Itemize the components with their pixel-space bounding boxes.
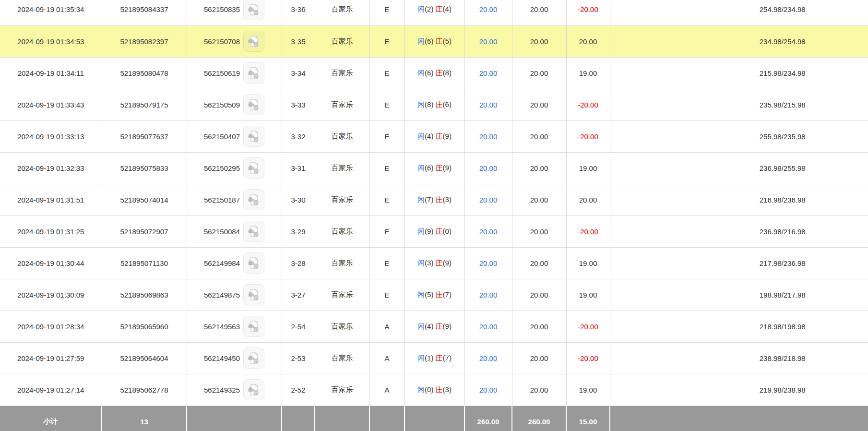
table-row: 2024-09-19 01:32:33 521895075833 5621502… [0, 152, 868, 184]
video-replay-icon [247, 161, 261, 175]
table-code-cell: A [369, 311, 404, 342]
video-replay-button[interactable] [243, 94, 264, 115]
valid-amount-cell: 20.00 [512, 374, 566, 406]
video-replay-button[interactable] [243, 0, 264, 20]
valid-amount-cell: 20.00 [512, 216, 566, 247]
result-cell: 闲(4) 庄(9) [404, 120, 464, 152]
player-label: 闲 [417, 227, 425, 235]
bet-time-cell: 2024-09-19 01:31:25 [0, 216, 102, 247]
video-replay-button[interactable] [243, 157, 264, 179]
round-id-text: 562150708 [204, 37, 240, 46]
video-replay-button[interactable] [243, 189, 264, 210]
round-id-cell: 562150295 [187, 152, 282, 184]
balance-cell: 215.98/234.98 [610, 57, 868, 89]
balance-cell: 255.98/235.98 [610, 120, 868, 152]
result-cell: 闲(0) 庄(3) [404, 374, 464, 406]
shoe-round-cell: 3-30 [282, 184, 315, 216]
table-row: 2024-09-19 01:27:59 521895064604 5621494… [0, 342, 868, 374]
banker-label: 庄 [436, 195, 443, 204]
player-label: 闲 [417, 100, 425, 108]
bet-id-cell: 521895079175 [102, 89, 187, 120]
table-row: 2024-09-19 01:30:44 521895071130 5621499… [0, 247, 868, 279]
table-row: 2024-09-19 01:33:13 521895077637 5621504… [0, 120, 868, 152]
valid-amount-cell: 20.00 [512, 120, 566, 152]
player-label: 闲 [417, 37, 425, 45]
bet-id-cell: 521895075833 [102, 152, 187, 184]
table-code-cell: E [369, 152, 404, 184]
winloss-cell: 20.00 [566, 25, 610, 57]
result-cell: 闲(8) 庄(6) [404, 89, 464, 120]
valid-amount-cell: 20.00 [512, 184, 566, 216]
bet-amount-cell: 20.00 [464, 216, 512, 247]
winloss-cell: -20.00 [566, 216, 610, 247]
video-replay-button[interactable] [243, 379, 264, 400]
video-replay-icon [247, 130, 261, 143]
bet-amount-cell: 20.00 [464, 374, 512, 406]
bet-time-cell: 2024-09-19 01:35:34 [0, 0, 102, 25]
player-label: 闲 [417, 259, 425, 267]
bet-time-cell: 2024-09-19 01:27:14 [0, 374, 102, 406]
video-replay-icon [247, 320, 261, 333]
player-score: (6) [425, 164, 433, 172]
banker-score: (9) [443, 322, 452, 330]
round-id-cell: 562150835 [187, 0, 282, 25]
video-replay-button[interactable] [243, 62, 264, 84]
table-code-cell: E [369, 57, 404, 89]
round-id-text: 562150407 [204, 132, 240, 141]
video-replay-icon [247, 351, 261, 365]
bet-history-table: 2024-09-19 01:35:34 521895084337 5621508… [0, 0, 868, 431]
valid-amount-cell: 20.00 [512, 0, 566, 25]
table-row: 2024-09-19 01:35:34 521895084337 5621508… [0, 0, 868, 25]
video-replay-icon [247, 256, 261, 270]
bet-id-cell: 521895082397 [102, 25, 187, 57]
player-score: (2) [425, 5, 433, 13]
shoe-round-cell: 2-54 [282, 311, 315, 342]
video-replay-button[interactable] [243, 347, 264, 369]
shoe-round-cell: 3-33 [282, 89, 315, 120]
banker-score: (7) [443, 290, 452, 299]
bet-amount-cell: 20.00 [464, 279, 512, 311]
banker-label: 庄 [436, 354, 443, 362]
table-code-cell: A [369, 374, 404, 406]
player-score: (4) [425, 132, 433, 140]
video-replay-button[interactable] [243, 221, 264, 242]
video-replay-button[interactable] [243, 31, 264, 52]
shoe-round-cell: 3-32 [282, 120, 315, 152]
winloss-cell: -20.00 [566, 120, 610, 152]
bet-amount-cell: 20.00 [464, 89, 512, 120]
video-replay-button[interactable] [243, 284, 264, 305]
banker-score: (0) [443, 227, 452, 235]
banker-score: (8) [443, 69, 452, 77]
balance-cell: 236.98/216.98 [610, 216, 868, 247]
bet-time-cell: 2024-09-19 01:34:53 [0, 25, 102, 57]
banker-label: 庄 [436, 100, 443, 108]
game-type-cell: 百家乐 [315, 25, 369, 57]
game-type-cell: 百家乐 [315, 120, 369, 152]
table-row: 2024-09-19 01:28:34 521895065960 5621495… [0, 311, 868, 342]
video-replay-icon [247, 225, 261, 238]
result-cell: 闲(4) 庄(9) [404, 311, 464, 342]
player-score: (5) [425, 290, 433, 299]
banker-score: (9) [443, 164, 452, 172]
result-cell: 闲(3) 庄(9) [404, 247, 464, 279]
result-cell: 闲(1) 庄(7) [404, 342, 464, 374]
table-row: 2024-09-19 01:30:09 521895069863 5621498… [0, 279, 868, 311]
round-id-cell: 562150509 [187, 89, 282, 120]
winloss-cell: 19.00 [566, 152, 610, 184]
video-replay-button[interactable] [243, 252, 264, 274]
round-id-text: 562149563 [204, 323, 240, 331]
round-id-cell: 562149984 [187, 247, 282, 279]
table-code-cell: E [369, 25, 404, 57]
player-score: (6) [425, 37, 433, 45]
table-row: 2024-09-19 01:31:51 521895074014 5621501… [0, 184, 868, 216]
video-replay-button[interactable] [243, 126, 264, 147]
winloss-cell: 19.00 [566, 247, 610, 279]
video-replay-button[interactable] [243, 316, 264, 337]
round-id-text: 562150295 [204, 164, 240, 172]
balance-cell: 219.98/238.98 [610, 374, 868, 406]
game-type-cell: 百家乐 [315, 247, 369, 279]
subtotal-count: 13 [102, 406, 187, 431]
bet-time-cell: 2024-09-19 01:32:33 [0, 152, 102, 184]
winloss-cell: -20.00 [566, 89, 610, 120]
banker-label: 庄 [436, 5, 443, 13]
